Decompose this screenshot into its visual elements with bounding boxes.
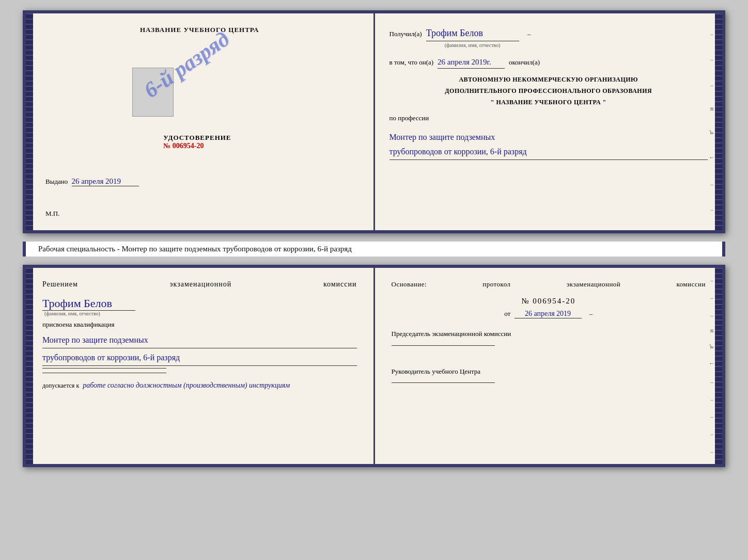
side-dash-1: –: [710, 31, 713, 37]
udostoverenie-label: УДОСТОВЕРЕНИЕ: [163, 134, 231, 142]
po-professii-row: по профессии: [389, 113, 708, 124]
profession-block: Монтер по защите подземных трубопроводов…: [389, 130, 708, 161]
poluchil-row: Получил(a) Трофим Белов (фамилия, имя, о…: [389, 26, 708, 50]
specialty-label-text: Рабочая специальность - Монтер по защите…: [38, 245, 352, 253]
side-letter-i: и: [708, 107, 716, 110]
side-arrow: ←: [709, 154, 715, 162]
sig-line-2: [42, 373, 166, 373]
org-line2: ДОПОЛНИТЕЛЬНОГО ПРОФЕССИОНАЛЬНОГО ОБРАЗО…: [389, 86, 708, 95]
ot-date: 26 апреля 2019: [515, 310, 582, 318]
predsedatel-block: Председатель экзаменационной комиссии: [392, 329, 706, 346]
bottom-certificate-book: Решением экзаменационной комиссии Трофим…: [23, 265, 725, 467]
poluchil-name: Трофим Белов: [426, 26, 519, 41]
org-line1: АВТОНОМНУЮ НЕКОММЕРЧЕСКУЮ ОРГАНИЗАЦИЮ: [389, 75, 708, 84]
bottom-cert-right-page: – – – и ,а ← – – – – – Основание: проток…: [375, 268, 723, 464]
ot-label: от: [504, 310, 510, 317]
profession-line1: Монтер по защите подземных: [389, 133, 495, 141]
vtom-label: в том, что он(а): [389, 57, 434, 68]
right-number-text: № 006954-20: [521, 297, 575, 305]
org-block: АВТОНОМНУЮ НЕКОММЕРЧЕСКУЮ ОРГАНИЗАЦИЮ ДО…: [389, 75, 708, 107]
rukovoditel-title: Руководитель учебного Центра: [392, 366, 706, 377]
side-dash-4: –: [710, 181, 713, 187]
dash1: –: [527, 29, 531, 40]
sig-line-1: [42, 368, 166, 369]
side-dash-r1: –: [710, 277, 713, 283]
right-number: № 006954-20: [392, 297, 706, 306]
side-dash-r8: –: [710, 449, 713, 455]
side-letter-a: ,а: [708, 130, 716, 134]
side-letter-ri: и: [708, 329, 716, 332]
top-cert-right-page: – – – и ,а ← – – Получил(a) Трофим Белов…: [375, 13, 723, 230]
mp-label: М.П.: [40, 210, 359, 218]
vydano-date: 26 апреля 2019: [72, 177, 139, 186]
specialty-label: Рабочая специальность - Монтер по защите…: [23, 242, 725, 257]
po-professii-label: по профессии: [389, 114, 429, 122]
poluchil-label: Получил(a): [389, 29, 422, 40]
udostoverenie-number: № 006954-20: [163, 142, 231, 150]
resheniem-title: Решением экзаменационной комиссии: [42, 280, 357, 289]
bottom-cert-left-page: Решением экзаменационной комиссии Трофим…: [26, 268, 375, 464]
bottom-name-block: Трофим Белов (фамилия, имя, отчество): [42, 297, 357, 316]
okonchil-label: окончил(а): [509, 57, 540, 68]
vtom-row: в том, что он(а) 26 апреля 2019г. окончи…: [389, 56, 708, 69]
dopuskaetsya-block: допускается к работе согласно должностны…: [42, 381, 357, 390]
side-dash-r7: –: [710, 431, 713, 437]
side-dash-r2: –: [710, 295, 713, 301]
side-dash-r3: –: [710, 312, 713, 318]
side-dash-r4: –: [710, 379, 713, 385]
bottom-name-hint: (фамилия, имя, отчество): [44, 311, 357, 316]
side-dash-5: –: [710, 206, 713, 213]
prisvoena-label: присвоена квалификация: [42, 321, 357, 329]
bottom-profession-line1: Монтер по защите подземных: [42, 333, 357, 348]
org-line3: " НАЗВАНИЕ УЧЕБНОГО ЦЕНТРА ": [389, 98, 708, 107]
side-letter-ra: ,а: [708, 344, 716, 348]
vtom-date: 26 апреля 2019г.: [438, 56, 505, 69]
rukovoditel-block: Руководитель учебного Центра: [392, 366, 706, 383]
stamp-text: 6-й разряд: [139, 26, 234, 102]
predsedatel-title: Председатель экзаменационной комиссии: [392, 329, 706, 339]
side-dash-2: –: [710, 56, 713, 62]
vydano-label: Выдано: [45, 178, 68, 185]
side-arrow-r: ←: [709, 360, 715, 367]
dopusk-text: работе согласно должностным (производств…: [83, 381, 290, 389]
dopuskaetsya-label: допускается к: [42, 382, 79, 389]
bottom-name: Трофим Белов: [42, 297, 135, 311]
udostoverenie-block: УДОСТОВЕРЕНИЕ № 006954-20: [163, 134, 231, 150]
profession-line2: трубопроводов от коррозии, 6-й разряд: [389, 145, 708, 160]
right-date: от 26 апреля 2019 –: [392, 310, 706, 318]
side-dash-r5: –: [710, 396, 713, 403]
top-cert-title: НАЗВАНИЕ УЧЕБНОГО ЦЕНТРА: [140, 26, 259, 34]
side-dash-r6: –: [710, 413, 713, 420]
bottom-profession-line2: трубопроводов от коррозии, 6-й разряд: [42, 350, 357, 366]
side-decoration-bottom: – – – и ,а ← – – – – –: [710, 268, 714, 464]
stamp-area: 6-й разряд УДОСТОВЕРЕНИЕ № 006954-20: [132, 57, 267, 150]
rukovoditel-sig: [392, 382, 495, 383]
osnovanie-title: Основание: протокол экзаменационной коми…: [392, 280, 706, 289]
vydano-block: Выдано 26 апреля 2019: [40, 177, 359, 186]
top-cert-left-page: НАЗВАНИЕ УЧЕБНОГО ЦЕНТРА 6-й разряд УДОС…: [26, 13, 375, 230]
poluchil-hint: (фамилия, имя, отчество): [426, 41, 519, 50]
predsedatel-sig: [392, 345, 495, 346]
top-certificate-book: НАЗВАНИЕ УЧЕБНОГО ЦЕНТРА 6-й разряд УДОС…: [23, 10, 725, 233]
side-decoration: – – – и ,а ← – –: [710, 13, 714, 230]
side-dash-3: –: [710, 82, 713, 88]
